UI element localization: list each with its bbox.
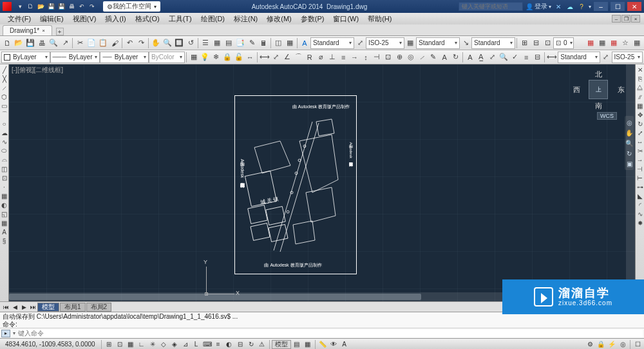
viewport[interactable]: [-][俯视][二维线框] 北 南 西 东 上 WCS ◎ ✋ 🔍 ↻ ▣ 由 …: [9, 64, 635, 301]
markup-icon[interactable]: ✎: [246, 37, 258, 49]
menu-view[interactable]: 视图(V): [69, 14, 100, 24]
wcs-badge[interactable]: WCS: [597, 112, 617, 120]
dim-diameter-icon[interactable]: ⌀: [316, 52, 327, 63]
xline-icon[interactable]: ╳: [1, 75, 8, 82]
dim-break-icon[interactable]: ⊣: [372, 52, 383, 63]
layer-freeze-icon[interactable]: ❄: [211, 52, 222, 63]
dim-ordinate-icon[interactable]: ⊥: [327, 52, 337, 63]
group-icon[interactable]: ⊞: [518, 37, 530, 49]
dim-linear-icon[interactable]: ⟷: [259, 52, 270, 63]
annotation-visibility-icon[interactable]: 👁: [328, 340, 339, 349]
undo-icon[interactable]: ↶: [77, 2, 86, 11]
help-icon[interactable]: ?: [577, 2, 586, 11]
north-label[interactable]: 北: [595, 70, 602, 79]
mleader-style-combo[interactable]: Standard▾: [471, 37, 515, 49]
revcloud-icon[interactable]: ☁: [1, 129, 8, 137]
layer-lock-icon[interactable]: 🔒: [222, 52, 233, 63]
auto-scale-icon[interactable]: A: [339, 340, 350, 349]
tab-last-icon[interactable]: ⏭: [28, 303, 37, 312]
new-tab-button[interactable]: ＋: [56, 28, 64, 35]
zoom-window-icon[interactable]: 🔲: [173, 37, 185, 49]
block-icon[interactable]: ◫: [272, 37, 284, 49]
command-prompt-icon[interactable]: ▸: [1, 330, 10, 337]
tool-palettes-icon[interactable]: ▤: [223, 37, 234, 49]
offset-icon[interactable]: ⫽: [636, 93, 644, 100]
dim-update-icon[interactable]: ↻: [450, 52, 461, 63]
cube-top-face[interactable]: 上: [589, 80, 608, 99]
dim-tolerance-icon[interactable]: ⊡: [383, 52, 393, 63]
text-style-icon[interactable]: A: [299, 37, 310, 49]
lineweight-combo[interactable]: ──ByLayer▾: [100, 52, 149, 63]
sign-in-button[interactable]: 👤 登录 ▾: [526, 2, 551, 11]
cut-icon[interactable]: ✂: [74, 37, 86, 49]
publish-icon[interactable]: ↗: [59, 37, 71, 49]
tab-first-icon[interactable]: ⏮: [1, 303, 10, 312]
rectangle-icon[interactable]: ▭: [1, 102, 8, 109]
infer-constraints-icon[interactable]: ⊞: [104, 340, 114, 349]
command-input[interactable]: [18, 330, 643, 337]
hardware-accel-icon[interactable]: ⚡: [607, 340, 617, 349]
dim-arc-icon[interactable]: ⌒: [293, 52, 304, 63]
west-label[interactable]: 西: [573, 85, 580, 95]
close-icon[interactable]: ×: [42, 28, 45, 33]
selection-cycle-icon[interactable]: ↻: [246, 340, 256, 349]
dynamic-input-icon[interactable]: ⌨: [202, 340, 213, 349]
south-label[interactable]: 南: [595, 101, 602, 111]
circle-icon[interactable]: ○: [1, 120, 8, 127]
group-edit-icon[interactable]: ⊡: [542, 37, 553, 49]
drawing-utilities-5-icon[interactable]: ▦: [631, 37, 643, 49]
model-space-button[interactable]: 模型: [272, 340, 291, 349]
blend-icon[interactable]: ∿: [636, 210, 644, 218]
erase-icon[interactable]: ✕: [636, 66, 644, 73]
osnap-icon[interactable]: ◇: [158, 340, 169, 349]
copy-icon[interactable]: 📄: [86, 37, 97, 49]
redo-icon[interactable]: ↷: [135, 37, 147, 49]
color-combo[interactable]: ByLayer▾: [1, 52, 50, 63]
save-icon[interactable]: 💾: [24, 37, 36, 49]
dim-space-icon[interactable]: ↕: [360, 52, 371, 63]
ungroup-icon[interactable]: ⊟: [530, 37, 542, 49]
print-icon[interactable]: 🖶: [67, 2, 76, 11]
hatch-icon[interactable]: ▦: [1, 192, 8, 200]
ellipse-icon[interactable]: ⬭: [1, 147, 8, 155]
spline-icon[interactable]: ∿: [1, 138, 8, 146]
annotation-monitor-icon[interactable]: ⚠: [257, 340, 267, 349]
pan-icon[interactable]: ✋: [150, 37, 162, 49]
dim-radius-icon[interactable]: R: [304, 52, 315, 63]
text-style2-icon[interactable]: ⤢: [600, 52, 611, 63]
quickview-layouts-icon[interactable]: ▤: [292, 340, 302, 349]
polar-icon[interactable]: ✳: [147, 340, 158, 349]
menu-tools[interactable]: 工具(T): [165, 14, 196, 24]
zoom-icon[interactable]: 🔍: [162, 37, 173, 49]
osnap3d-icon[interactable]: ◈: [169, 340, 180, 349]
mleader-style-icon[interactable]: ↘: [460, 37, 471, 49]
line-icon[interactable]: ╱: [1, 66, 8, 73]
explode-icon[interactable]: ✸: [636, 219, 644, 227]
rotate-icon[interactable]: ↻: [636, 120, 644, 127]
make-block-icon[interactable]: ⊡: [1, 174, 8, 182]
clean-screen-icon[interactable]: ☐: [632, 340, 643, 349]
table-icon[interactable]: ▦: [284, 37, 296, 49]
chevron-down-icon[interactable]: ▾: [589, 4, 591, 10]
field-icon[interactable]: ⊟: [532, 52, 543, 63]
lineweight-display-icon[interactable]: ≡: [213, 340, 223, 349]
helix-icon[interactable]: §: [1, 237, 8, 245]
copy-obj-icon[interactable]: ⎘: [636, 75, 644, 82]
dim-iso-combo[interactable]: ISO-25▾: [612, 52, 643, 63]
mtext-draw-icon[interactable]: A: [1, 228, 8, 236]
east-label[interactable]: 东: [618, 85, 625, 95]
quick-props-icon[interactable]: ⊟: [235, 340, 245, 349]
menu-window[interactable]: 窗口(W): [329, 14, 363, 24]
fillet-icon[interactable]: ◜: [636, 201, 644, 209]
text-style-combo[interactable]: Standard▾: [310, 37, 354, 49]
dim-text-edit-icon[interactable]: A: [439, 52, 450, 63]
menu-edit[interactable]: 编辑(E): [36, 14, 68, 24]
chevron-down-icon[interactable]: ▾: [13, 330, 15, 336]
layer-off-icon[interactable]: 💡: [200, 52, 211, 63]
menu-insert[interactable]: 插入(I): [101, 14, 129, 24]
file-tab[interactable]: Drawing1* ×: [3, 25, 52, 35]
stay-connected-icon[interactable]: ☁: [565, 2, 574, 11]
menu-format[interactable]: 格式(O): [131, 14, 164, 24]
table-style-combo[interactable]: Standard▾: [416, 37, 460, 49]
insert-block-icon[interactable]: ◫: [1, 165, 8, 173]
